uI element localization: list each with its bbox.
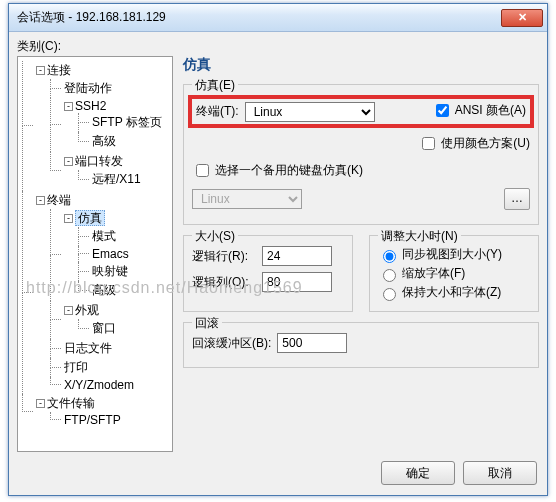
backup-emu-label: 选择一个备用的键盘仿真(K) bbox=[215, 162, 363, 179]
tree-item-portfwd[interactable]: -端口转发 远程/X11 bbox=[50, 152, 170, 190]
scale-font-radio[interactable] bbox=[383, 269, 396, 282]
tree-item[interactable]: 窗口 bbox=[78, 319, 170, 338]
collapse-icon[interactable]: - bbox=[36, 196, 45, 205]
group-legend: 仿真(E) bbox=[192, 77, 238, 94]
tree-item[interactable]: 日志文件 bbox=[50, 339, 170, 358]
rows-label: 逻辑行(R): bbox=[192, 248, 256, 265]
sync-view-radio[interactable] bbox=[383, 250, 396, 263]
ellipsis-button[interactable]: … bbox=[504, 188, 530, 210]
highlighted-row: 终端(T): Linux ANSI 颜色(A) bbox=[188, 95, 534, 128]
tree-item[interactable]: 映射键 bbox=[78, 262, 170, 281]
collapse-icon[interactable]: - bbox=[64, 214, 73, 223]
use-color-scheme-label: 使用颜色方案(U) bbox=[441, 135, 530, 152]
terminal-select[interactable]: Linux bbox=[245, 102, 375, 122]
scale-font-label: 缩放字体(F) bbox=[402, 265, 465, 282]
backup-emu-select: Linux bbox=[192, 189, 302, 209]
group-scrollback: 回滚 回滚缓冲区(B): bbox=[183, 322, 539, 368]
tree-item[interactable]: 高级 bbox=[78, 132, 170, 151]
collapse-icon[interactable]: - bbox=[36, 66, 45, 75]
tree-item[interactable]: 打印 bbox=[50, 358, 170, 377]
group-legend: 回滚 bbox=[192, 315, 222, 332]
ansi-color-label: ANSI 颜色(A) bbox=[455, 102, 526, 119]
ansi-color-checkbox[interactable] bbox=[436, 104, 449, 117]
tree-item[interactable]: Emacs bbox=[78, 246, 170, 262]
tree-item-ssh2[interactable]: -SSH2 SFTP 标签页 高级 bbox=[50, 98, 170, 152]
collapse-icon[interactable]: - bbox=[64, 157, 73, 166]
tree-item[interactable]: 登陆动作 bbox=[50, 79, 170, 98]
tree-item[interactable]: SFTP 标签页 bbox=[78, 113, 170, 132]
collapse-icon[interactable]: - bbox=[36, 399, 45, 408]
collapse-icon[interactable]: - bbox=[64, 306, 73, 315]
use-color-scheme-checkbox[interactable] bbox=[422, 137, 435, 150]
tree-item-connection[interactable]: -连接 登陆动作 -SSH2 SFTP 标签页 高级 bbox=[22, 61, 170, 191]
group-legend: 大小(S) bbox=[192, 228, 238, 245]
group-resize: 调整大小时(N) 同步视图到大小(Y) 缩放字体(F) 保持大小和字体(Z) bbox=[369, 235, 539, 312]
rows-input[interactable] bbox=[262, 246, 332, 266]
tree-item-terminal[interactable]: -终端 -仿真 模式 Emacs 映射键 高级 bbox=[22, 191, 170, 394]
close-icon: ✕ bbox=[518, 11, 527, 24]
tree-item[interactable]: 远程/X11 bbox=[78, 170, 170, 189]
terminal-label: 终端(T): bbox=[196, 103, 239, 120]
tree-item[interactable]: 模式 bbox=[78, 227, 170, 246]
tree-item[interactable]: X/Y/Zmodem bbox=[50, 377, 170, 393]
collapse-icon[interactable]: - bbox=[64, 102, 73, 111]
window-title: 会话选项 - 192.168.181.129 bbox=[17, 9, 501, 26]
buffer-input[interactable] bbox=[277, 333, 347, 353]
buffer-label: 回滚缓冲区(B): bbox=[192, 335, 271, 352]
keep-size-radio[interactable] bbox=[383, 288, 396, 301]
group-emulation: 仿真(E) 终端(T): Linux ANSI 颜色(A) 使用颜色方案(U) bbox=[183, 84, 539, 225]
category-label: 类别(C): bbox=[17, 38, 61, 55]
cols-label: 逻辑列(O): bbox=[192, 274, 256, 291]
sync-view-label: 同步视图到大小(Y) bbox=[402, 246, 502, 263]
cols-input[interactable] bbox=[262, 272, 332, 292]
pane-title: 仿真 bbox=[183, 56, 539, 74]
tree-item-emulation[interactable]: -仿真 模式 Emacs 映射键 高级 bbox=[50, 209, 170, 301]
tree-item[interactable]: 高级 bbox=[78, 281, 170, 300]
cancel-button[interactable]: 取消 bbox=[463, 461, 537, 485]
tree-selected-item[interactable]: 仿真 bbox=[75, 210, 105, 226]
close-button[interactable]: ✕ bbox=[501, 9, 543, 27]
backup-emu-checkbox[interactable] bbox=[196, 164, 209, 177]
ok-button[interactable]: 确定 bbox=[381, 461, 455, 485]
tree-item-filetransfer[interactable]: -文件传输 FTP/SFTP bbox=[22, 394, 170, 429]
group-legend: 调整大小时(N) bbox=[378, 228, 461, 245]
group-size: 大小(S) 逻辑行(R): 逻辑列(O): bbox=[183, 235, 353, 312]
keep-size-label: 保持大小和字体(Z) bbox=[402, 284, 501, 301]
category-tree[interactable]: -连接 登陆动作 -SSH2 SFTP 标签页 高级 bbox=[17, 56, 173, 452]
tree-item-appearance[interactable]: -外观 窗口 bbox=[50, 301, 170, 339]
tree-item[interactable]: FTP/SFTP bbox=[50, 412, 170, 428]
